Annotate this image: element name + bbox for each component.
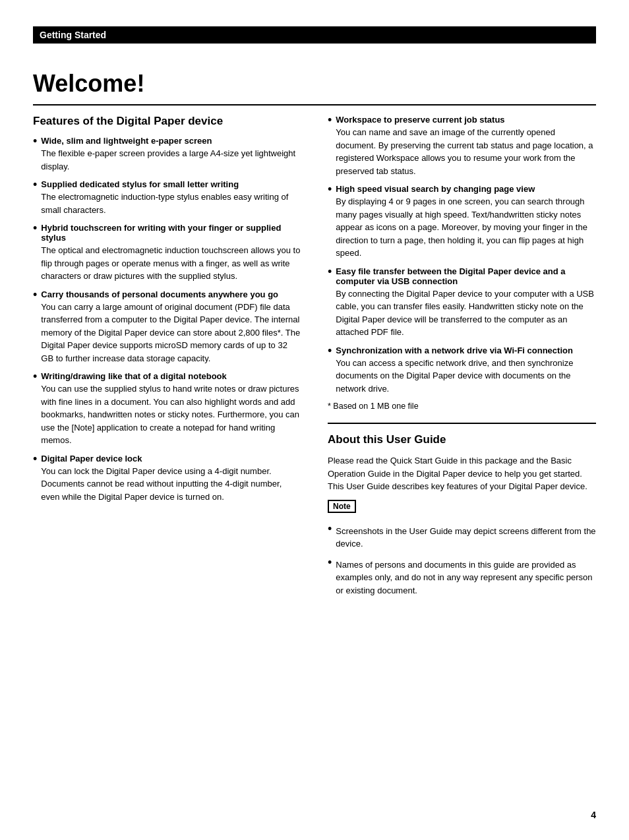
list-item: •Synchronization with a network drive vi… bbox=[328, 345, 596, 396]
bullet-body: The flexible e-paper screen provides a l… bbox=[41, 147, 301, 173]
bullet-dot: • bbox=[328, 183, 332, 197]
features-title: Features of the Digital Paper device bbox=[33, 115, 301, 128]
list-item: •Easy file transfer between the Digital … bbox=[328, 266, 596, 339]
list-item: •Carry thousands of personal documents a… bbox=[33, 289, 301, 365]
left-column: Features of the Digital Paper device •Wi… bbox=[33, 115, 301, 603]
features-list: •Wide, slim and lightweight e-paper scre… bbox=[33, 136, 301, 503]
bullet-dot: • bbox=[33, 135, 37, 149]
right-bullets-list: •Workspace to preserve current job statu… bbox=[328, 115, 596, 395]
footnote: * Based on 1 MB one file bbox=[328, 402, 596, 411]
getting-started-bar: Getting Started bbox=[33, 26, 596, 44]
bullet-body: Screenshots in the User Guide may depict… bbox=[336, 525, 596, 551]
title-divider bbox=[33, 104, 596, 105]
getting-started-label: Getting Started bbox=[40, 30, 106, 40]
welcome-title: Welcome! bbox=[33, 70, 596, 98]
bullet-body: You can use the supplied stylus to hand … bbox=[41, 382, 301, 447]
bullet-dot: • bbox=[33, 288, 37, 303]
bullet-body: You can carry a large amount of original… bbox=[41, 301, 301, 365]
bullet-body: The electromagnetic induction-type stylu… bbox=[41, 191, 301, 216]
bullet-body: You can access a specific network drive,… bbox=[336, 357, 596, 396]
right-column: •Workspace to preserve current job statu… bbox=[328, 115, 596, 603]
list-item: •Names of persons and documents in this … bbox=[328, 557, 596, 597]
about-title: About this User Guide bbox=[328, 433, 596, 446]
note-label: Note bbox=[328, 500, 356, 513]
about-body: Please read the Quick Start Guide in thi… bbox=[328, 454, 596, 493]
bullet-title: Easy file transfer between the Digital P… bbox=[336, 266, 565, 286]
bullet-title: High speed visual search by changing pag… bbox=[336, 184, 535, 194]
bullet-title: Synchronization with a network drive via… bbox=[336, 345, 573, 355]
bullet-title: Wide, slim and lightweight e-paper scree… bbox=[41, 136, 212, 146]
bullet-body: By connecting the Digital Paper device t… bbox=[336, 287, 596, 339]
bullet-dot: • bbox=[328, 265, 332, 280]
bullet-dot: • bbox=[328, 522, 332, 537]
bullet-dot: • bbox=[33, 370, 37, 384]
about-section: About this User GuidePlease read the Qui… bbox=[328, 423, 596, 597]
bullet-title: Writing/drawing like that of a digital n… bbox=[41, 371, 226, 381]
list-item: •Digital Paper device lockYou can lock t… bbox=[33, 454, 301, 504]
bullet-body: The optical and electromagnetic inductio… bbox=[41, 244, 301, 283]
bullet-dot: • bbox=[33, 452, 37, 467]
bullet-body: By displaying 4 or 9 pages in one screen… bbox=[336, 195, 596, 260]
bullet-dot: • bbox=[33, 222, 37, 236]
bullet-dot: • bbox=[328, 113, 332, 128]
two-column-layout: Features of the Digital Paper device •Wi… bbox=[33, 115, 596, 603]
page-number: 4 bbox=[591, 810, 596, 820]
bullet-title: Hybrid touchscreen for writing with your… bbox=[41, 223, 281, 243]
bullet-body: You can name and save an image of the cu… bbox=[336, 126, 596, 177]
bullet-title: Supplied dedicated stylus for small lett… bbox=[41, 179, 239, 189]
list-item: •High speed visual search by changing pa… bbox=[328, 184, 596, 260]
list-item: •Screenshots in the User Guide may depic… bbox=[328, 524, 596, 551]
bullet-dot: • bbox=[328, 344, 332, 359]
bullet-body: Names of persons and documents in this g… bbox=[336, 558, 596, 597]
bullet-title: Carry thousands of personal documents an… bbox=[41, 289, 278, 299]
list-item: •Hybrid touchscreen for writing with you… bbox=[33, 223, 301, 283]
bullet-dot: • bbox=[33, 178, 37, 193]
page: Getting Started Welcome! Features of the… bbox=[0, 0, 629, 840]
bullet-title: Workspace to preserve current job status bbox=[336, 115, 504, 125]
bullet-body: You can lock the Digital Paper device us… bbox=[41, 465, 301, 504]
note-list: •Screenshots in the User Guide may depic… bbox=[328, 524, 596, 597]
bullet-title: Digital Paper device lock bbox=[41, 454, 142, 464]
list-item: •Writing/drawing like that of a digital … bbox=[33, 371, 301, 447]
list-item: •Wide, slim and lightweight e-paper scre… bbox=[33, 136, 301, 173]
bullet-dot: • bbox=[328, 556, 332, 570]
list-item: •Supplied dedicated stylus for small let… bbox=[33, 179, 301, 216]
list-item: •Workspace to preserve current job statu… bbox=[328, 115, 596, 177]
about-divider bbox=[328, 423, 596, 424]
